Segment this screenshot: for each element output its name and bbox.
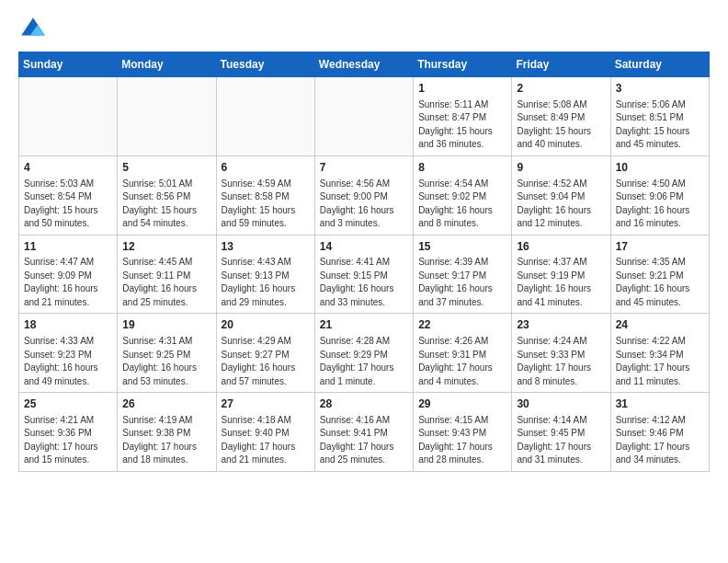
day-number: 30 [517, 396, 605, 412]
day-number: 15 [418, 239, 506, 255]
day-info: Sunrise: 4:43 AM Sunset: 9:13 PM Dayligh… [222, 256, 310, 309]
weekday-row: SundayMondayTuesdayWednesdayThursdayFrid… [19, 52, 710, 77]
calendar-cell: 27Sunrise: 4:18 AM Sunset: 9:40 PM Dayli… [216, 393, 314, 472]
day-number: 23 [517, 317, 605, 333]
day-number: 26 [122, 396, 210, 412]
calendar-cell: 13Sunrise: 4:43 AM Sunset: 9:13 PM Dayli… [216, 235, 314, 314]
calendar-week-5: 25Sunrise: 4:21 AM Sunset: 9:36 PM Dayli… [19, 393, 710, 472]
calendar-cell: 29Sunrise: 4:15 AM Sunset: 9:43 PM Dayli… [414, 393, 512, 472]
day-info: Sunrise: 4:37 AM Sunset: 9:19 PM Dayligh… [517, 256, 605, 309]
calendar-cell: 19Sunrise: 4:31 AM Sunset: 9:25 PM Dayli… [118, 314, 216, 393]
day-info: Sunrise: 4:19 AM Sunset: 9:38 PM Dayligh… [122, 414, 210, 467]
day-number: 31 [616, 396, 704, 412]
day-info: Sunrise: 4:16 AM Sunset: 9:41 PM Dayligh… [320, 414, 408, 467]
calendar-cell: 7Sunrise: 4:56 AM Sunset: 9:00 PM Daylig… [314, 155, 413, 235]
calendar-cell: 5Sunrise: 5:01 AM Sunset: 8:56 PM Daylig… [118, 155, 216, 235]
day-number: 20 [222, 317, 310, 333]
day-number: 8 [418, 160, 506, 176]
day-info: Sunrise: 5:08 AM Sunset: 8:49 PM Dayligh… [517, 98, 605, 152]
calendar-cell: 30Sunrise: 4:14 AM Sunset: 9:45 PM Dayli… [512, 393, 610, 472]
day-info: Sunrise: 4:56 AM Sunset: 9:00 PM Dayligh… [320, 178, 408, 231]
day-info: Sunrise: 4:52 AM Sunset: 9:04 PM Dayligh… [517, 178, 605, 231]
calendar-cell: 15Sunrise: 4:39 AM Sunset: 9:17 PM Dayli… [414, 235, 512, 314]
day-number: 6 [222, 160, 310, 176]
weekday-header-thursday: Thursday [414, 52, 512, 77]
calendar-cell: 31Sunrise: 4:12 AM Sunset: 9:46 PM Dayli… [610, 393, 709, 472]
calendar-cell: 9Sunrise: 4:52 AM Sunset: 9:04 PM Daylig… [512, 155, 610, 235]
calendar-cell: 16Sunrise: 4:37 AM Sunset: 9:19 PM Dayli… [512, 235, 610, 314]
day-info: Sunrise: 5:03 AM Sunset: 8:54 PM Dayligh… [24, 178, 112, 231]
day-info: Sunrise: 4:50 AM Sunset: 9:06 PM Dayligh… [616, 178, 704, 231]
day-number: 29 [418, 396, 506, 412]
day-info: Sunrise: 4:54 AM Sunset: 9:02 PM Dayligh… [418, 178, 506, 231]
calendar-cell: 26Sunrise: 4:19 AM Sunset: 9:38 PM Dayli… [118, 393, 216, 472]
calendar-cell: 12Sunrise: 4:45 AM Sunset: 9:11 PM Dayli… [118, 235, 216, 314]
calendar: SundayMondayTuesdayWednesdayThursdayFrid… [18, 52, 710, 472]
day-info: Sunrise: 4:39 AM Sunset: 9:17 PM Dayligh… [418, 256, 506, 309]
day-number: 14 [320, 239, 408, 255]
weekday-header-monday: Monday [118, 52, 216, 77]
day-info: Sunrise: 4:31 AM Sunset: 9:25 PM Dayligh… [122, 335, 210, 388]
day-info: Sunrise: 4:24 AM Sunset: 9:33 PM Dayligh… [517, 335, 605, 388]
day-info: Sunrise: 4:12 AM Sunset: 9:46 PM Dayligh… [616, 414, 704, 467]
day-number: 4 [24, 160, 112, 176]
calendar-cell: 10Sunrise: 4:50 AM Sunset: 9:06 PM Dayli… [610, 155, 709, 235]
day-number: 21 [320, 317, 408, 333]
day-number: 25 [24, 396, 112, 412]
day-info: Sunrise: 4:47 AM Sunset: 9:09 PM Dayligh… [24, 256, 112, 309]
calendar-cell: 22Sunrise: 4:26 AM Sunset: 9:31 PM Dayli… [414, 314, 512, 393]
calendar-cell: 17Sunrise: 4:35 AM Sunset: 9:21 PM Dayli… [610, 235, 709, 314]
day-info: Sunrise: 4:22 AM Sunset: 9:34 PM Dayligh… [616, 335, 704, 388]
day-info: Sunrise: 4:26 AM Sunset: 9:31 PM Dayligh… [418, 335, 506, 388]
weekday-header-tuesday: Tuesday [216, 52, 314, 77]
day-number: 3 [616, 81, 704, 97]
header [18, 15, 710, 44]
weekday-header-sunday: Sunday [19, 52, 118, 77]
day-info: Sunrise: 4:59 AM Sunset: 8:58 PM Dayligh… [222, 178, 310, 231]
day-number: 17 [616, 239, 704, 255]
calendar-week-3: 11Sunrise: 4:47 AM Sunset: 9:09 PM Dayli… [19, 235, 710, 314]
day-info: Sunrise: 4:41 AM Sunset: 9:15 PM Dayligh… [320, 256, 408, 309]
day-info: Sunrise: 4:33 AM Sunset: 9:23 PM Dayligh… [24, 335, 112, 388]
logo-icon [18, 15, 48, 44]
day-info: Sunrise: 4:45 AM Sunset: 9:11 PM Dayligh… [122, 256, 210, 309]
day-number: 16 [517, 239, 605, 255]
calendar-cell [216, 77, 314, 156]
calendar-cell: 1Sunrise: 5:11 AM Sunset: 8:47 PM Daylig… [414, 77, 512, 156]
day-number: 27 [222, 396, 310, 412]
day-number: 11 [24, 239, 112, 255]
day-info: Sunrise: 4:15 AM Sunset: 9:43 PM Dayligh… [418, 414, 506, 467]
day-number: 18 [24, 317, 112, 333]
day-info: Sunrise: 4:28 AM Sunset: 9:29 PM Dayligh… [320, 335, 408, 388]
calendar-cell [19, 77, 118, 156]
calendar-cell: 23Sunrise: 4:24 AM Sunset: 9:33 PM Dayli… [512, 314, 610, 393]
day-info: Sunrise: 4:35 AM Sunset: 9:21 PM Dayligh… [616, 256, 704, 309]
calendar-week-4: 18Sunrise: 4:33 AM Sunset: 9:23 PM Dayli… [19, 314, 710, 393]
calendar-body: 1Sunrise: 5:11 AM Sunset: 8:47 PM Daylig… [19, 77, 710, 472]
calendar-week-1: 1Sunrise: 5:11 AM Sunset: 8:47 PM Daylig… [19, 77, 710, 156]
day-number: 5 [122, 160, 210, 176]
day-info: Sunrise: 5:01 AM Sunset: 8:56 PM Dayligh… [122, 178, 210, 231]
day-number: 22 [418, 317, 506, 333]
day-info: Sunrise: 5:11 AM Sunset: 8:47 PM Dayligh… [418, 98, 506, 152]
calendar-cell: 18Sunrise: 4:33 AM Sunset: 9:23 PM Dayli… [19, 314, 118, 393]
day-info: Sunrise: 5:06 AM Sunset: 8:51 PM Dayligh… [616, 98, 704, 152]
calendar-cell: 11Sunrise: 4:47 AM Sunset: 9:09 PM Dayli… [19, 235, 118, 314]
day-info: Sunrise: 4:29 AM Sunset: 9:27 PM Dayligh… [222, 335, 310, 388]
day-number: 2 [517, 81, 605, 97]
calendar-header: SundayMondayTuesdayWednesdayThursdayFrid… [19, 52, 710, 77]
weekday-header-wednesday: Wednesday [314, 52, 413, 77]
weekday-header-friday: Friday [512, 52, 610, 77]
calendar-cell [118, 77, 216, 156]
day-info: Sunrise: 4:21 AM Sunset: 9:36 PM Dayligh… [24, 414, 112, 467]
day-number: 7 [320, 160, 408, 176]
day-number: 1 [418, 81, 506, 97]
day-number: 13 [222, 239, 310, 255]
page: SundayMondayTuesdayWednesdayThursdayFrid… [0, 0, 728, 563]
calendar-cell: 14Sunrise: 4:41 AM Sunset: 9:15 PM Dayli… [314, 235, 413, 314]
calendar-week-2: 4Sunrise: 5:03 AM Sunset: 8:54 PM Daylig… [19, 155, 710, 235]
calendar-cell: 20Sunrise: 4:29 AM Sunset: 9:27 PM Dayli… [216, 314, 314, 393]
day-info: Sunrise: 4:14 AM Sunset: 9:45 PM Dayligh… [517, 414, 605, 467]
calendar-cell: 28Sunrise: 4:16 AM Sunset: 9:41 PM Dayli… [314, 393, 413, 472]
day-number: 19 [122, 317, 210, 333]
